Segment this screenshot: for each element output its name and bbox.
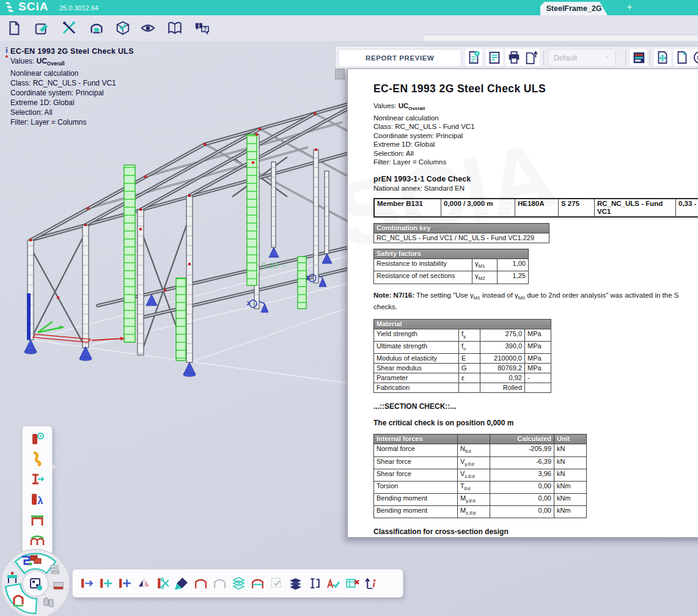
results-button[interactable] [112, 18, 133, 38]
toolbar-divider [625, 50, 626, 65]
layout-dropdown[interactable]: Default ⌃ [548, 49, 615, 67]
member-info-button[interactable] [362, 573, 381, 594]
workstation-wheel[interactable] [0, 548, 73, 616]
info-marker: i ▲ [2, 46, 11, 59]
double-arch-icon [29, 532, 45, 548]
selection-check-icon [269, 576, 284, 591]
storage-box-icon [54, 582, 63, 589]
red-triangle-icon: ▲ [2, 53, 11, 59]
results-cube-check-icon [115, 20, 131, 36]
app-logo: SCiA [18, 0, 48, 13]
regenerate-report-icon [466, 50, 481, 65]
manage-layers-button[interactable] [286, 573, 305, 594]
buckling-button[interactable]: λ [25, 490, 50, 509]
connect-members-button[interactable] [97, 573, 116, 594]
fit-page-button[interactable] [674, 49, 691, 66]
display-settings-button[interactable] [630, 49, 647, 66]
new-document-icon [6, 20, 22, 36]
column-lambda-icon: λ [29, 491, 45, 507]
portal-frame-icon [29, 512, 45, 527]
combination-key-table: Combination key RC_NC_ULS - Fund VC1 / N… [373, 223, 549, 243]
material-table: Material Yield strengthfy275,0MPa Ultima… [373, 319, 551, 393]
cross-section-button[interactable] [25, 469, 50, 489]
insert-frame-button[interactable] [248, 573, 267, 594]
panel-resize-corner[interactable] [335, 68, 345, 79]
new-tab-button[interactable]: + [622, 1, 637, 13]
help-bubbles-icon: i? [194, 20, 210, 36]
mirror-button[interactable] [134, 573, 153, 594]
edit-project-button[interactable] [31, 18, 52, 38]
member-summary-table: Member B131 0,000 / 3,000 m HE180A S 275… [373, 198, 698, 218]
catalog-frame-disabled-button [210, 573, 229, 594]
spellcheck-icon [326, 576, 341, 591]
section-check-heading: ...::SECTION CHECK::... [373, 402, 698, 411]
project-tab-label: SteelFrame_2G [546, 4, 601, 13]
delete-results-button[interactable] [343, 573, 362, 594]
wheel-center-button[interactable] [23, 571, 48, 596]
tools-button[interactable] [59, 18, 79, 38]
check-annotation-button[interactable] [324, 573, 343, 594]
toolbar-divider [543, 50, 544, 65]
viewport-result-legend: EC-EN 1993 2G Steel Check ULS Values: UC… [10, 46, 134, 127]
connect-members-icon [98, 576, 114, 591]
chevron-up-icon: ⌃ [605, 55, 610, 62]
paintbrush-icon [174, 576, 189, 591]
cone-support [269, 248, 279, 257]
main-toolbar: i? [0, 15, 698, 42]
project-tab[interactable]: SteelFrame_2G [540, 2, 608, 15]
portal-frame-icon [193, 576, 208, 591]
critical-check-line: The critical check is on position 0,000 … [373, 419, 698, 427]
column-gear-icon [29, 431, 45, 447]
version-text: 25.0.3012.64 [59, 4, 98, 12]
safety-factors-table: Safety factors Resistance to instability… [373, 249, 529, 284]
steel-member-settings-button[interactable] [25, 429, 50, 449]
curved-beam-button[interactable] [25, 449, 50, 469]
copy-properties-button[interactable] [172, 573, 191, 594]
hall-template-button[interactable] [25, 530, 50, 549]
new-project-button[interactable] [4, 18, 24, 38]
fit-width-icon [655, 50, 670, 65]
delete-table-icon [345, 576, 360, 591]
table-of-contents-icon [487, 50, 502, 65]
extend-member-button[interactable] [116, 573, 134, 594]
classification-heading: Classification for cross-section design [373, 527, 698, 536]
tools-icon [61, 20, 77, 36]
axis-info-icon [364, 576, 379, 591]
cone-support [146, 295, 157, 306]
report-page[interactable]: SCIA EC-EN 1993 2G Steel Check ULS Value… [347, 68, 698, 538]
print-button[interactable] [505, 49, 523, 66]
frame-insert-icon [250, 576, 265, 591]
help-button[interactable]: i? [191, 18, 212, 38]
cut-member-icon [155, 576, 171, 591]
libraries-button[interactable] [164, 18, 185, 38]
svg-text:?: ? [204, 26, 207, 32]
zoom-100-button[interactable]: 100 [691, 49, 698, 66]
export-report-button[interactable] [523, 49, 540, 66]
containers-icon [44, 598, 53, 607]
storey-stack-icon [231, 576, 246, 591]
code-check-heading: prEN 1993-1-1 Code Check [373, 175, 698, 183]
catalog-frame-button[interactable] [191, 573, 210, 594]
table-of-contents-button[interactable] [486, 49, 503, 66]
i-profile-arrow-icon [29, 471, 45, 487]
calculate-button[interactable] [86, 18, 107, 38]
report-preview-title-tab[interactable]: REPORT PREVIEW [338, 49, 461, 67]
cone-support [24, 340, 37, 354]
internal-forces-table: Internal forces Calculated Unit Normal f… [373, 434, 587, 518]
view-button[interactable] [138, 18, 158, 38]
portal-frame-disabled-icon [212, 576, 227, 591]
move-member-icon [79, 576, 95, 591]
text-cursor-icon [307, 576, 322, 591]
note-paragraph: Note: N7/16: The setting "Use γM1 instea… [373, 291, 698, 312]
frame-template-button[interactable] [25, 510, 50, 529]
cone-support [183, 362, 196, 376]
edit-pencil-icon [34, 20, 50, 36]
rename-member-button[interactable] [305, 573, 324, 594]
copy-storey-button[interactable] [229, 573, 248, 594]
move-member-button[interactable] [78, 573, 97, 594]
fit-width-button[interactable] [654, 49, 671, 66]
check-title: EC-EN 1993 2G Steel Check ULS [10, 46, 134, 56]
regenerate-report-button[interactable] [465, 49, 482, 66]
cut-member-button[interactable] [153, 573, 172, 594]
print-icon [507, 50, 521, 65]
